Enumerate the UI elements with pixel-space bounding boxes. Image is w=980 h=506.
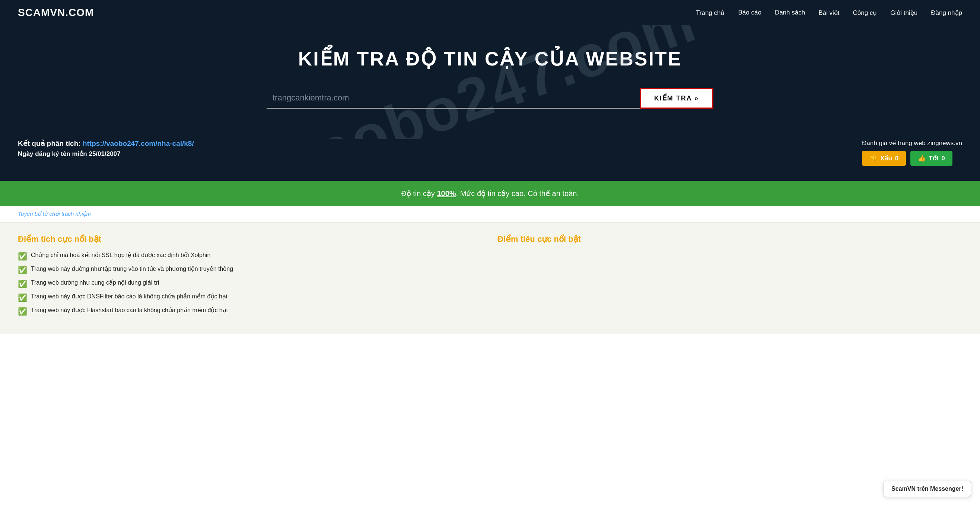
watermark: vaobo247.com [277, 25, 703, 139]
positive-item-3: Trang web này được DNSFilter báo cáo là … [31, 293, 227, 300]
hero-section: vaobo247.com KIỂM TRA ĐỘ TIN CẬY CỦA WEB… [0, 25, 980, 139]
list-item: ✅ Trang web này được DNSFilter báo cáo l… [18, 293, 482, 302]
check-icon: ✅ [18, 252, 27, 261]
result-row: Kết quả phân tích: https://vaobo247.com/… [18, 139, 962, 166]
disclaimer-link[interactable]: Tuyên bố từ chối trách nhiệm [18, 211, 91, 217]
result-label: Kết quả phân tích: https://vaobo247.com/… [18, 139, 194, 148]
result-label-text: Kết quả phân tích: [18, 140, 81, 148]
positive-title: Điểm tích cực nổi bật [18, 235, 482, 244]
hero-title: KIỂM TRA ĐỘ TIN CẬY CỦA WEBSITE [18, 48, 962, 70]
trust-percent: 100% [437, 189, 456, 198]
disclaimer-section: Tuyên bố từ chối trách nhiệm [0, 206, 980, 222]
nav-dang-nhap[interactable]: Đăng nhập [931, 9, 962, 16]
btn-tot-count: 0 [941, 155, 945, 162]
btn-xau-count: 0 [895, 155, 899, 162]
rating-buttons: 👎 Xấu 0 👍 Tốt 0 [862, 151, 962, 166]
btn-xau-label: Xấu [880, 154, 892, 162]
check-icon: ✅ [18, 307, 27, 316]
list-item: ✅ Trang web này dường như tập trung vào … [18, 265, 482, 274]
nav-bai-viet[interactable]: Bài viết [818, 9, 839, 16]
positive-item-4: Trang web này được Flashstart báo cáo là… [31, 306, 228, 314]
analysis-grid: Điểm tích cực nổi bật ✅ Chứng chỉ mã hoá… [18, 235, 962, 316]
btn-tot[interactable]: 👍 Tốt 0 [910, 151, 953, 166]
btn-tot-label: Tốt [929, 154, 938, 162]
trust-text-before: Độ tin cậy [401, 189, 437, 198]
nav-danh-sach[interactable]: Danh sách [775, 9, 805, 16]
nav-gioi-thieu[interactable]: Giới thiệu [890, 9, 918, 16]
positive-item-2: Trang web dường như cung cấp nội dung gi… [31, 279, 159, 286]
negative-title: Điểm tiêu cực nổi bật [498, 235, 962, 244]
list-item: ✅ Trang web này được Flashstart báo cáo … [18, 306, 482, 316]
search-input[interactable] [267, 88, 640, 109]
trust-bar: Độ tin cậy 100%. Mức độ tin cậy cao. Có … [0, 181, 980, 206]
positive-item-0: Chứng chỉ mã hoá kết nối SSL hợp lệ đã đ… [31, 252, 210, 259]
btn-xau[interactable]: 👎 Xấu 0 [862, 151, 906, 166]
list-item: ✅ Trang web dường như cung cấp nội dung … [18, 279, 482, 288]
rating-label: Đánh giá về trang web zingnews.vn [862, 139, 962, 147]
positive-list: ✅ Chứng chỉ mã hoá kết nối SSL hợp lệ đã… [18, 252, 482, 316]
search-bar: KIỂM TRA » [267, 88, 713, 109]
thumb-up-icon: 👍 [918, 154, 926, 162]
analysis-section: Điểm tích cực nổi bật ✅ Chứng chỉ mã hoá… [0, 222, 980, 334]
navbar: SCAMVN.COM Trang chủ Báo cáo Danh sách B… [0, 0, 980, 25]
nav-trang-chu[interactable]: Trang chủ [696, 9, 725, 16]
result-section: Kết quả phân tích: https://vaobo247.com/… [0, 139, 980, 181]
negative-col: Điểm tiêu cực nổi bật [498, 235, 962, 316]
check-icon: ✅ [18, 279, 27, 288]
positive-item-1: Trang web này dường như tập trung vào ti… [31, 265, 233, 272]
check-icon: ✅ [18, 293, 27, 302]
nav-bao-cao[interactable]: Báo cáo [738, 9, 761, 16]
site-logo[interactable]: SCAMVN.COM [18, 7, 94, 19]
thumb-down-icon: 👎 [869, 154, 877, 162]
nav-links: Trang chủ Báo cáo Danh sách Bài viết Côn… [696, 9, 962, 17]
result-date: Ngày đăng ký tên miền 25/01/2007 [18, 150, 194, 158]
check-icon: ✅ [18, 266, 27, 274]
list-item: ✅ Chứng chỉ mã hoá kết nối SSL hợp lệ đã… [18, 252, 482, 261]
result-left: Kết quả phân tích: https://vaobo247.com/… [18, 139, 194, 158]
positive-col: Điểm tích cực nổi bật ✅ Chứng chỉ mã hoá… [18, 235, 482, 316]
trust-text-after: . Mức độ tin cậy cao. Có thể an toàn. [456, 189, 579, 198]
result-url-link[interactable]: https://vaobo247.com/nha-cai/k8/ [83, 140, 194, 148]
nav-cong-cu[interactable]: Công cụ [853, 9, 877, 16]
result-right: Đánh giá về trang web zingnews.vn 👎 Xấu … [862, 139, 962, 166]
search-button[interactable]: KIỂM TRA » [640, 88, 713, 109]
